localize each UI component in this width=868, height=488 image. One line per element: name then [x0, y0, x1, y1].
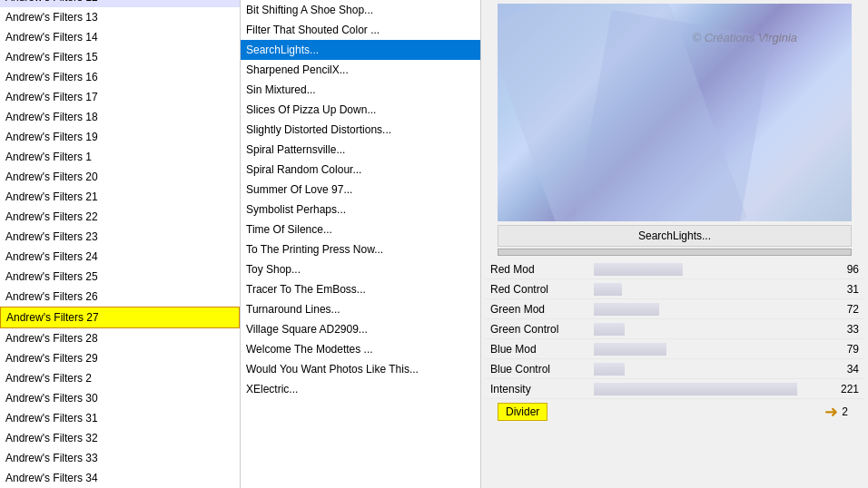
- param-value: 72: [828, 303, 864, 316]
- arrow-icon: ➜: [824, 402, 838, 422]
- left-item[interactable]: Andrew's Filters 32: [0, 428, 240, 448]
- left-item[interactable]: Andrew's Filters 31: [0, 408, 240, 428]
- middle-item[interactable]: SearchLights...: [241, 40, 480, 60]
- left-item[interactable]: Andrew's Filters 28: [0, 328, 240, 348]
- param-value: 96: [828, 263, 864, 276]
- middle-item[interactable]: Bit Shifting A Shoe Shop...: [241, 0, 480, 20]
- param-bar-area: [594, 359, 828, 378]
- left-panel: Andrew's Filters 11Andrew's Filters 12An…: [0, 0, 241, 488]
- param-bar-area: [594, 339, 828, 358]
- filter-name-bar: SearchLights...: [498, 225, 852, 247]
- left-item[interactable]: Andrew's Filters 21: [0, 187, 240, 207]
- left-item[interactable]: Andrew's Filters 30: [0, 388, 240, 408]
- middle-item[interactable]: XElectric...: [241, 379, 480, 399]
- right-panel: © Créations Virginia SearchLights... Red…: [481, 0, 868, 488]
- arrow-area: ➜ 2: [547, 402, 852, 422]
- param-value: 31: [828, 283, 864, 296]
- left-item[interactable]: Andrew's Filters 18: [0, 107, 240, 127]
- middle-item[interactable]: Slices Of Pizza Up Down...: [241, 100, 480, 120]
- left-item[interactable]: Andrew's Filters 15: [0, 47, 240, 67]
- middle-item[interactable]: Sharpened PencilX...: [241, 60, 480, 80]
- param-bar-fill: [594, 263, 683, 276]
- param-bar-area: [594, 319, 828, 338]
- param-label: Green Control: [485, 323, 594, 336]
- left-item[interactable]: Andrew's Filters 26: [0, 287, 240, 307]
- preview-image: © Créations Virginia: [498, 4, 852, 221]
- param-row: Blue Control34: [485, 359, 864, 379]
- param-value: 34: [828, 363, 864, 376]
- param-bar-fill: [594, 363, 625, 376]
- param-label: Red Control: [485, 283, 594, 296]
- left-item[interactable]: Andrew's Filters 27: [0, 307, 240, 328]
- left-item[interactable]: Andrew's Filters 16: [0, 67, 240, 87]
- middle-list[interactable]: Bit Shifting A Shoe Shop...Filter That S…: [241, 0, 480, 488]
- left-item[interactable]: Andrew's Filters 1: [0, 147, 240, 167]
- left-item[interactable]: Andrew's Filters 34: [0, 468, 240, 488]
- left-item[interactable]: Andrew's Filters 29: [0, 348, 240, 368]
- middle-item[interactable]: Slightly Distorted Distortions...: [241, 120, 480, 140]
- left-item[interactable]: Andrew's Filters 14: [0, 27, 240, 47]
- left-item[interactable]: Andrew's Filters 13: [0, 7, 240, 27]
- param-bar-area: [594, 299, 828, 318]
- left-item[interactable]: Andrew's Filters 17: [0, 87, 240, 107]
- param-row: Red Control31: [485, 279, 864, 299]
- param-bar-fill: [594, 303, 659, 316]
- param-bar-area: [594, 259, 828, 278]
- param-bar-fill: [594, 383, 797, 395]
- param-value: 221: [828, 383, 864, 395]
- param-row: Blue Mod79: [485, 339, 864, 359]
- param-bar-area: [594, 379, 828, 398]
- middle-panel: Bit Shifting A Shoe Shop...Filter That S…: [241, 0, 481, 488]
- param-row: Green Control33: [485, 319, 864, 339]
- left-item[interactable]: Andrew's Filters 2: [0, 368, 240, 388]
- param-label: Red Mod: [485, 263, 594, 276]
- middle-item[interactable]: Summer Of Love 97...: [241, 180, 480, 200]
- middle-item[interactable]: Welcome The Modettes ...: [241, 339, 480, 359]
- middle-item[interactable]: Time Of Silence...: [241, 220, 480, 239]
- middle-item[interactable]: Spiral Random Colour...: [241, 160, 480, 180]
- middle-item[interactable]: To The Printing Press Now...: [241, 239, 480, 259]
- left-item[interactable]: Andrew's Filters 25: [0, 267, 240, 287]
- param-label: Green Mod: [485, 303, 594, 316]
- param-label: Blue Control: [485, 363, 594, 376]
- middle-item[interactable]: Would You Want Photos Like This...: [241, 359, 480, 379]
- param-row: Intensity221: [485, 379, 864, 399]
- param-bar-fill: [594, 323, 625, 336]
- param-value: 33: [828, 323, 864, 336]
- param-label: Intensity: [485, 383, 594, 395]
- middle-item[interactable]: Turnaround Lines...: [241, 299, 480, 319]
- params-container: Red Mod96Red Control31Green Mod72Green C…: [485, 259, 864, 399]
- left-item[interactable]: Andrew's Filters 22: [0, 207, 240, 227]
- left-item[interactable]: Andrew's Filters 23: [0, 227, 240, 247]
- param-bar-fill: [594, 283, 622, 296]
- watermark-text: © Créations Virginia: [692, 31, 797, 44]
- progress-bar: [498, 249, 852, 256]
- left-item[interactable]: Andrew's Filters 33: [0, 448, 240, 468]
- divider-value: 2: [842, 405, 848, 418]
- param-bar-bg: [594, 283, 828, 296]
- left-item[interactable]: Andrew's Filters 19: [0, 127, 240, 147]
- middle-item[interactable]: Symbolist Perhaps...: [241, 200, 480, 220]
- param-bar-bg: [594, 323, 828, 336]
- param-bar-fill: [594, 343, 666, 356]
- middle-item[interactable]: Tracer To The EmBoss...: [241, 279, 480, 299]
- param-row: Green Mod72: [485, 299, 864, 319]
- param-value: 79: [828, 343, 864, 356]
- param-bar-bg: [594, 363, 828, 376]
- param-bar-area: [594, 279, 828, 298]
- left-item[interactable]: Andrew's Filters 24: [0, 247, 240, 267]
- divider-button[interactable]: Divider: [498, 403, 547, 421]
- middle-item[interactable]: Sin Mixtured...: [241, 80, 480, 100]
- param-label: Blue Mod: [485, 343, 594, 356]
- param-row: Red Mod96: [485, 259, 864, 279]
- bottom-row: Divider ➜ 2: [498, 401, 852, 423]
- left-item[interactable]: Andrew's Filters 12: [0, 0, 240, 7]
- middle-item[interactable]: Village Square AD2909...: [241, 319, 480, 339]
- middle-item[interactable]: Filter That Shouted Color ...: [241, 20, 480, 40]
- middle-item[interactable]: Toy Shop...: [241, 259, 480, 279]
- middle-item[interactable]: Spiral Patternsville...: [241, 140, 480, 160]
- left-list[interactable]: Andrew's Filters 11Andrew's Filters 12An…: [0, 0, 240, 488]
- left-item[interactable]: Andrew's Filters 20: [0, 167, 240, 187]
